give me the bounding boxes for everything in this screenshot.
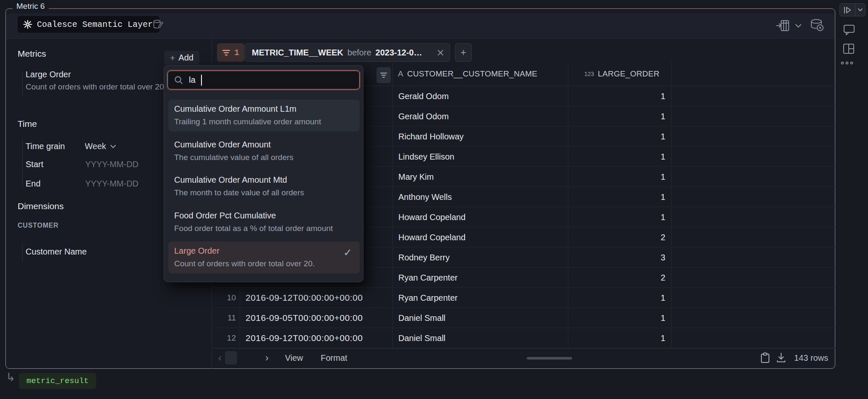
metrics-heading: Metrics (18, 49, 46, 59)
selected-metric-name[interactable]: Large Order (26, 70, 71, 79)
download-icon[interactable] (776, 352, 787, 364)
page-number-button[interactable] (237, 351, 249, 365)
column-header-customer[interactable]: A CUSTOMER__CUSTOMER_NAME (398, 61, 537, 86)
metric-option[interactable]: Cumulative Order Amount The cumulative v… (168, 135, 360, 167)
cell-metric-time: 2016-09-12T00:00:00+00:00 (246, 328, 363, 348)
cell-customer-name: Richard Holloway (398, 126, 464, 147)
start-date-input[interactable]: YYYY-MM-DD (85, 160, 139, 169)
copy-icon[interactable] (760, 352, 771, 364)
metric-option[interactable]: Cumulative Order Ammount L1m Trailing 1 … (168, 100, 360, 131)
filter-icon (222, 49, 230, 56)
filter-icon (380, 72, 387, 79)
search-icon (174, 75, 184, 85)
metric-option-title: Cumulative Order Amount Mtd (174, 175, 353, 185)
cell-customer-name: Daniel Small (398, 308, 445, 328)
cell-customer-name: Howard Copeland (398, 227, 465, 247)
filter-operator: before (348, 48, 371, 58)
metric-option[interactable]: Food Order Pct Cumulative Food order tot… (168, 206, 360, 238)
cell-customer-name: Ryan Carpenter (398, 288, 458, 308)
chevron-down-icon[interactable] (795, 24, 802, 28)
cell-large-order: 1 (609, 328, 665, 348)
number-type-icon: 123 (584, 71, 594, 77)
start-date-label: Start (26, 160, 43, 169)
database-edit-icon[interactable] (152, 18, 165, 31)
format-button[interactable]: Format (321, 353, 347, 363)
row-index: 12 (212, 328, 236, 348)
cell-customer-name: Daniel Small (398, 328, 445, 348)
cell-customer-name: Howard Copeland (398, 207, 465, 227)
metric-picker-dropdown: la Cumulative Order Ammount L1m Trailing… (164, 65, 363, 282)
cell-customer-name: Ryan Carpenter (398, 268, 458, 288)
horizontal-scrollbar[interactable] (527, 357, 572, 360)
cell-customer-name: Rodney Berry (398, 247, 450, 268)
add-filter-button[interactable]: + (455, 43, 472, 62)
cell-large-order: 1 (609, 207, 665, 227)
cell-customer-name: Gerald Odom (398, 86, 449, 106)
run-options-chevron-icon[interactable] (855, 8, 865, 12)
metric-search-input[interactable]: la (167, 71, 360, 89)
layout-icon[interactable] (842, 42, 855, 55)
metric-option-title: Food Order Pct Cumulative (174, 211, 353, 220)
dimension-item[interactable]: Customer Name (26, 247, 87, 257)
dimension-group-label: CUSTOMER (18, 222, 59, 229)
metric-option-title: Cumulative Order Amount (174, 140, 353, 150)
text-type-icon: A (398, 69, 403, 79)
remove-filter-icon[interactable] (437, 50, 444, 56)
metric-option-description: The month to date value of all orders (174, 188, 353, 197)
filter-chip[interactable]: METRIC_TIME__WEEK before 2023-12-0… (245, 43, 450, 62)
end-date-input[interactable]: YYYY-MM-DD (85, 179, 139, 189)
cell-title: Metric 6 (13, 1, 49, 12)
source-chip-label: Coalesce Semantic Layer (37, 20, 153, 29)
table-row[interactable]: 10 2016-09-12T00:00:00+00:00 Ryan Carpen… (212, 288, 835, 308)
insert-table-icon[interactable] (776, 19, 791, 32)
cell-large-order: 1 (609, 106, 665, 126)
row-index: 10 (212, 288, 236, 308)
plus-icon: + (170, 53, 175, 63)
cell-large-order: 1 (609, 126, 665, 147)
return-arrow-icon: ↳ (6, 370, 16, 383)
metric-option[interactable]: Cumulative Order Amount Mtd The month to… (168, 171, 360, 202)
cell-customer-name: Lindsey Ellison (398, 147, 454, 167)
chevron-down-icon (110, 144, 116, 149)
time-heading: Time (18, 119, 37, 129)
add-metric-button[interactable]: + Add (164, 51, 199, 65)
comment-icon[interactable] (843, 24, 855, 36)
metric-option-title: Cumulative Order Ammount L1m (174, 104, 353, 114)
cell-large-order: 2 (609, 268, 665, 288)
cell-large-order: 1 (609, 167, 665, 187)
semantic-layer-source-chip[interactable]: Coalesce Semantic Layer (18, 16, 159, 33)
column-header-large-order[interactable]: 123 LARGE_ORDER (584, 61, 659, 86)
cell-large-order: 2 (609, 227, 665, 247)
selected-metric-description: Count of orders with order total over 20… (26, 82, 166, 92)
table-pagination: ‹ › View Format (215, 351, 347, 365)
metric-option-title: Large Order (174, 246, 353, 256)
metric-option[interactable]: Large Order Count of orders with order t… (168, 242, 360, 273)
table-bottom-border (212, 348, 835, 349)
cell-large-order: 1 (609, 288, 665, 308)
time-grain-select[interactable]: Week (85, 142, 116, 151)
next-page-button[interactable]: › (261, 352, 272, 364)
view-button[interactable]: View (285, 353, 303, 363)
filter-count-badge[interactable]: 1 (217, 43, 244, 62)
prev-page-button[interactable]: ‹ (215, 352, 225, 364)
cell-customer-name: Mary Kim (398, 167, 434, 187)
column-filter-indicator[interactable] (376, 67, 391, 83)
cell-customer-name: Anthony Wells (398, 187, 452, 207)
run-cell-button[interactable] (840, 6, 855, 14)
cell-metric-time: 2016-09-05T00:00:00+00:00 (246, 308, 363, 328)
database-preview-icon[interactable] (809, 18, 825, 33)
page-number-button[interactable] (249, 351, 261, 365)
page-number-button[interactable] (225, 351, 237, 365)
table-row[interactable]: 12 2016-09-12T00:00:00+00:00 Daniel Smal… (212, 328, 835, 348)
dimensions-heading: Dimensions (18, 201, 64, 211)
snowflake-icon (23, 19, 33, 29)
cell-large-order: 3 (609, 247, 665, 268)
table-row[interactable]: 11 2016-09-05T00:00:00+00:00 Daniel Smal… (212, 308, 835, 328)
output-variable-pill[interactable]: metric_result (19, 373, 96, 389)
cell-large-order: 1 (609, 147, 665, 167)
notebook-canvas: Metric 6 Coalesce Semantic Layer (0, 0, 868, 399)
cell-large-order: 1 (609, 308, 665, 328)
tree-guide (22, 72, 23, 95)
more-options-icon[interactable] (840, 60, 854, 66)
tree-guide (22, 244, 23, 262)
